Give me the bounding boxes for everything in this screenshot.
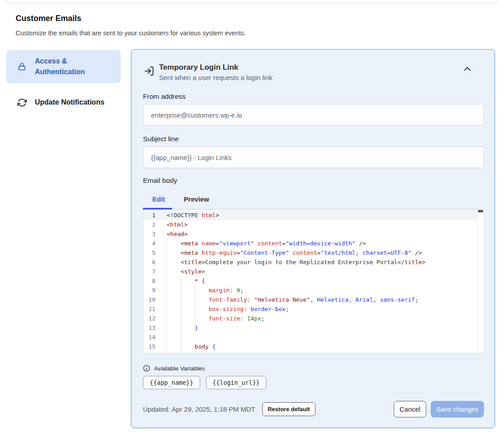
previous-card-bottom-edge [4, 0, 499, 4]
variable-chip-login-url[interactable]: {{login_url}} [206, 376, 267, 389]
code-line: 11box-sizing: border-box; [143, 304, 483, 314]
code-line: 6<title>Complete your login to the Repli… [143, 257, 483, 267]
from-address-input[interactable] [143, 104, 484, 126]
sidebar-item-label: Access & Authentication [35, 56, 116, 77]
cancel-button[interactable]: Cancel [394, 401, 426, 417]
refresh-icon [17, 97, 27, 107]
subject-line-label: Subject line [143, 135, 484, 143]
code-line: 7<style> [143, 267, 483, 276]
available-variables-label: Available Variables [154, 365, 205, 372]
panel-header: Temporary Login Link Sent when a user re… [143, 62, 484, 83]
from-address-label: From address [143, 93, 484, 101]
variable-chips: {{app_name}} {{login_url}} [143, 376, 484, 389]
code-line: 2<html> [143, 220, 483, 229]
code-line: 3<head> [143, 229, 483, 239]
code-line: 10font-family: "Helvetica Neue", Helveti… [143, 295, 483, 304]
log-in-icon [144, 66, 155, 76]
code-line: 5<meta http-equiv="Content-Type" content… [143, 248, 483, 257]
code-editor-lines: 1<!DOCTYPE html>2<html>3<head>4<meta nam… [143, 211, 483, 353]
code-line: 14 [143, 333, 483, 342]
code-line: 8* { [143, 276, 483, 286]
code-line: 4<meta name="viewport" content="width=de… [143, 239, 483, 248]
panel-title: Temporary Login Link [159, 62, 484, 73]
sidebar-item-update-notifications[interactable]: Update Notifications [6, 92, 121, 113]
sidebar-item-access-authentication[interactable]: Access & Authentication [6, 50, 121, 83]
tab-edit[interactable]: Edit [143, 195, 174, 209]
temporary-login-link-panel: Temporary Login Link Sent when a user re… [131, 49, 495, 428]
code-editor-wrap: 1<!DOCTYPE html>2<html>3<head>4<meta nam… [143, 209, 484, 353]
email-body-label: Email body [143, 177, 484, 185]
email-types-sidebar: Access & Authentication Update Notificat… [6, 50, 121, 113]
active-tab-underline [143, 208, 172, 210]
editor-scrollbar-thumb[interactable] [478, 210, 483, 212]
sidebar-item-label: Update Notifications [35, 97, 105, 108]
panel-subtitle: Sent when a user requests a login link [159, 73, 484, 83]
page-title: Customer Emails [16, 14, 81, 23]
email-body-tabs: Edit Preview [143, 195, 484, 209]
customer-emails-page: Customer Emails Customize the emails tha… [0, 0, 504, 438]
editor-scrollbar[interactable] [477, 210, 483, 353]
info-icon [143, 365, 150, 372]
chevron-up-icon[interactable] [463, 66, 471, 72]
code-line: 9margin: 0; [143, 286, 483, 295]
save-changes-button[interactable]: Save changes [431, 401, 484, 417]
restore-default-button[interactable]: Restore default [262, 402, 315, 416]
tab-preview[interactable]: Preview [174, 195, 218, 209]
code-line: 15body { [143, 342, 483, 351]
code-line: 16background-color: #f6f6f6; [143, 351, 483, 353]
code-line: 1<!DOCTYPE html> [143, 211, 483, 220]
code-editor[interactable]: 1<!DOCTYPE html>2<html>3<head>4<meta nam… [143, 209, 484, 353]
code-line: 12font-size: 14px; [143, 314, 483, 323]
panel-footer: Updated: Apr 29, 2025, 1:18 PM MDT Resto… [143, 401, 484, 417]
page-subtitle: Customize the emails that are sent to yo… [16, 29, 246, 37]
code-line: 13} [143, 323, 483, 333]
updated-timestamp: Updated: Apr 29, 2025, 1:18 PM MDT [143, 405, 255, 413]
variable-chip-app-name[interactable]: {{app_name}} [143, 376, 200, 389]
available-variables-header: Available Variables [143, 365, 484, 372]
subject-line-input[interactable] [143, 147, 484, 168]
lock-icon [17, 62, 27, 72]
